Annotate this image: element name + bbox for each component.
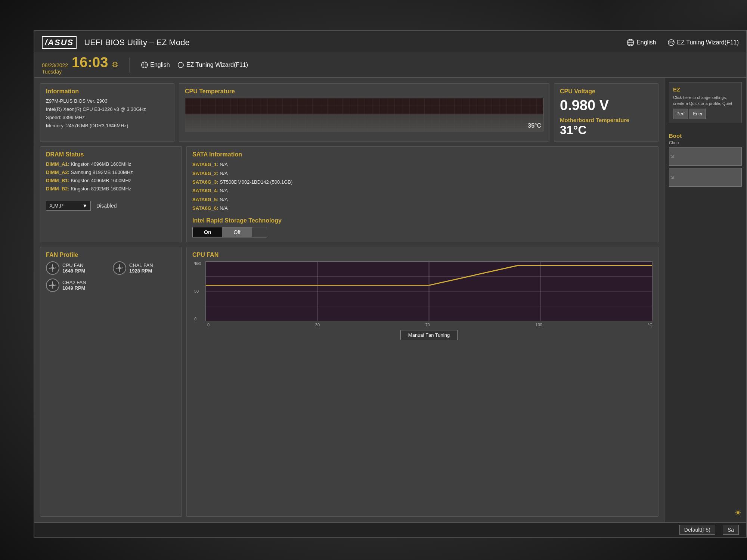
save-btn[interactable]: Sa bbox=[723, 525, 739, 535]
header-right: English EZ EZ Tuning Wizard(F11) bbox=[627, 39, 739, 46]
dram-slots: DIMM_A1: Kingston 4096MB 1600MHzDIMM_A2:… bbox=[46, 160, 176, 193]
rst-title: Intel Rapid Storage Technology bbox=[192, 217, 653, 224]
chart-y-mid: 50 bbox=[194, 289, 201, 293]
sata-port-3: SATA6G_4: N/A bbox=[192, 186, 653, 195]
x-label-0: 0 bbox=[207, 323, 210, 327]
cha1-fan-icon bbox=[113, 261, 126, 275]
left-panel: Information Z97M-PLUS BIOS Ver. 2903 Int… bbox=[34, 78, 664, 522]
sata-ports: SATA6G_1: N/ASATA6G_2: N/ASATA6G_3: ST50… bbox=[192, 160, 653, 212]
mb-temp-title: Motherboard Temperature bbox=[560, 117, 653, 123]
globe-icon bbox=[627, 39, 634, 46]
rst-on-btn[interactable]: On bbox=[193, 227, 222, 237]
fan-profile-title: FAN Profile bbox=[46, 252, 176, 258]
language-selector-2[interactable]: English bbox=[141, 62, 170, 68]
globe-icon-2 bbox=[141, 62, 148, 68]
sata-port-5: SATA6G_6: N/A bbox=[192, 204, 653, 212]
default-f5-btn[interactable]: Default(F5) bbox=[679, 525, 715, 535]
date-display: 08/23/2022 bbox=[42, 62, 68, 69]
sidebar-ener-btn[interactable]: Ener bbox=[689, 109, 706, 119]
bios-window: /ASUS UEFI BIOS Utility – EZ Mode Englis… bbox=[34, 30, 747, 538]
cha2-fan-name: CHA2 FAN bbox=[62, 280, 86, 285]
fan-blade-icon bbox=[48, 264, 57, 273]
info-line4: Memory: 24576 MB (DDR3 1646MHz) bbox=[46, 122, 168, 130]
sata-section: SATA Information SATA6G_1: N/ASATA6G_2: … bbox=[186, 146, 658, 242]
sidebar-ez-block: EZ Click here to change settings, create… bbox=[669, 82, 742, 123]
cha1-fan-rpm: 1928 RPM bbox=[129, 268, 153, 274]
sun-icon: ☀ bbox=[669, 508, 742, 518]
main-content: Information Z97M-PLUS BIOS Ver. 2903 Int… bbox=[34, 78, 746, 522]
sata-port-0: SATA6G_1: N/A bbox=[192, 160, 653, 169]
dram-slot-2: DIMM_B1: Kingston 4096MB 1600MHz bbox=[46, 177, 176, 185]
middle-row: DRAM Status DIMM_A1: Kingston 4096MB 160… bbox=[40, 146, 658, 242]
cpu-fan-icon bbox=[46, 261, 59, 275]
bios-title: UEFI BIOS Utility – EZ Mode bbox=[84, 38, 189, 47]
sidebar-boot-item-2[interactable]: S bbox=[669, 168, 742, 187]
x-label-70: 70 bbox=[425, 323, 430, 327]
cpu-voltage-value: 0.980 V bbox=[560, 97, 653, 114]
fan-grid: CPU FAN 1648 RPM bbox=[46, 261, 176, 292]
sidebar-ez-text: Click here to change settings, create a … bbox=[673, 94, 738, 107]
sata-title: SATA Information bbox=[192, 151, 653, 158]
manual-fan-tuning-btn[interactable]: Manual Fan Tuning bbox=[400, 330, 458, 340]
rst-off-btn[interactable]: Off bbox=[222, 227, 251, 237]
ez-tuning-wizard-btn[interactable]: EZ EZ Tuning Wizard(F11) bbox=[667, 39, 739, 46]
xmp-dropdown-arrow: ▼ bbox=[82, 203, 87, 209]
bottom-row: FAN Profile bbox=[40, 247, 658, 517]
sidebar-perf-btn[interactable]: Perf bbox=[673, 109, 688, 119]
cpu-fan-rpm: 1648 RPM bbox=[62, 268, 85, 274]
info-line3: Speed: 3399 MHz bbox=[46, 113, 168, 122]
chart-y-min: 0 bbox=[194, 317, 201, 321]
cpu-temp-section: CPU Temperature 35°C bbox=[179, 83, 549, 142]
info-line1: Z97M-PLUS BIOS Ver. 2903 bbox=[46, 97, 168, 105]
datetime-block: 08/23/2022 Tuesday 16:03 ⚙ bbox=[42, 55, 118, 75]
x-unit: °C bbox=[648, 323, 653, 327]
sub-header: 08/23/2022 Tuesday 16:03 ⚙ English EZ Tu… bbox=[34, 53, 746, 78]
fan-item-cha2: CHA2 FAN 1849 RPM bbox=[46, 279, 109, 292]
information-title: Information bbox=[46, 88, 168, 95]
rst-toggle[interactable]: On Off bbox=[192, 227, 267, 237]
boot-item-label-2: S bbox=[671, 175, 674, 180]
sidebar-boot-block: Boot Choo S S bbox=[669, 129, 742, 187]
time-display: 16:03 bbox=[72, 55, 108, 69]
boot-item-label-1: S bbox=[671, 154, 674, 159]
sidebar-boot-title: Boot bbox=[669, 133, 742, 139]
fan-profile-section: FAN Profile bbox=[40, 247, 182, 517]
x-label-30: 30 bbox=[315, 323, 320, 327]
cpu-voltage-title: CPU Voltage bbox=[560, 88, 653, 95]
temp-display: 35°C bbox=[185, 98, 543, 131]
cha1-fan-name: CHA1 FAN bbox=[129, 262, 153, 268]
ez-tuning-label: EZ Tuning Wizard(F11) bbox=[677, 39, 739, 46]
ez-tuning-btn-2[interactable]: EZ Tuning Wizard(F11) bbox=[177, 62, 248, 68]
dram-slot-1: DIMM_A2: Samsung 8192MB 1600MHz bbox=[46, 168, 176, 177]
asus-logo: /ASUS bbox=[42, 36, 77, 49]
dram-section: DRAM Status DIMM_A1: Kingston 4096MB 160… bbox=[40, 146, 182, 242]
voltage-section: CPU Voltage 0.980 V Motherboard Temperat… bbox=[554, 83, 658, 142]
cpu-temp-value: 35°C bbox=[528, 122, 541, 129]
top-row: Information Z97M-PLUS BIOS Ver. 2903 Int… bbox=[40, 83, 658, 142]
wizard-icon-2 bbox=[177, 62, 184, 68]
sidebar-boot-item-1[interactable]: S bbox=[669, 147, 742, 166]
cpu-temp-title: CPU Temperature bbox=[185, 88, 543, 95]
fan-blade-icon-2 bbox=[115, 264, 124, 273]
xmp-value: Disabled bbox=[96, 203, 117, 209]
xmp-dropdown[interactable]: X.M.P ▼ bbox=[46, 201, 91, 211]
language-selector[interactable]: English bbox=[627, 39, 656, 46]
language-label: English bbox=[636, 39, 656, 46]
rst-section: Intel Rapid Storage Technology On Off bbox=[192, 217, 653, 237]
cha2-fan-rpm: 1849 RPM bbox=[62, 285, 86, 291]
sata-port-2: SATA6G_3: ST500DM002-1BD142 (500.1GB) bbox=[192, 178, 653, 186]
settings-gear-icon[interactable]: ⚙ bbox=[112, 60, 118, 69]
fan-chart-section: CPU FAN % bbox=[186, 247, 658, 517]
wizard-icon: EZ bbox=[667, 39, 675, 46]
fan-curve-svg bbox=[206, 262, 652, 321]
cpu-fan-info: CPU FAN 1648 RPM bbox=[62, 262, 85, 274]
fan-item-cha1: CHA1 FAN 1928 RPM bbox=[113, 261, 176, 275]
sidebar-ez-title: EZ bbox=[673, 86, 738, 93]
fan-blade-icon-3 bbox=[48, 281, 57, 290]
sata-port-4: SATA6G_5: N/A bbox=[192, 195, 653, 204]
fan-chart-area bbox=[205, 261, 653, 321]
cpu-fan-chart-title: CPU FAN bbox=[192, 252, 653, 258]
sata-port-1: SATA6G_2: N/A bbox=[192, 169, 653, 178]
dram-title: DRAM Status bbox=[46, 151, 176, 158]
chart-y-max: 100 bbox=[194, 261, 201, 266]
